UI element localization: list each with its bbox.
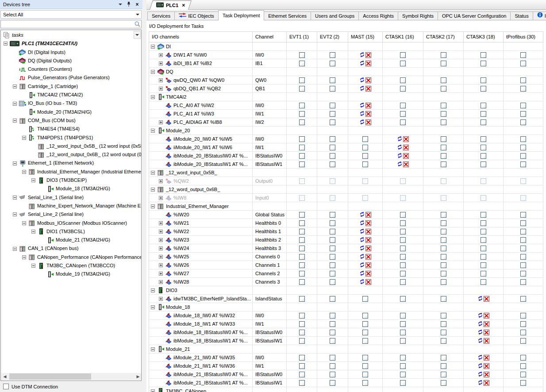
remove-task-icon[interactable]: [365, 119, 371, 125]
table-row[interactable]: %IW28Channels 3: [149, 278, 543, 286]
task-checkbox[interactable]: [400, 338, 406, 344]
task-checkbox[interactable]: [362, 372, 368, 377]
task-checkbox[interactable]: [400, 220, 406, 226]
task-checkbox[interactable]: [400, 363, 406, 369]
task-checkbox[interactable]: [299, 103, 305, 108]
remove-task-icon[interactable]: [403, 161, 409, 167]
tree-item-machine_expert_network_manager[interactable]: Machine_Expert_Network_Manager (Machine …: [1, 202, 141, 210]
scroll-left-icon[interactable]: ◀: [1, 373, 8, 380]
table-row[interactable]: ibModule_20_IBStatusIW1 AT %...IBStatusI…: [149, 160, 543, 169]
task-checkbox[interactable]: [362, 136, 368, 142]
remove-task-icon[interactable]: [365, 212, 371, 218]
task-checkbox[interactable]: [441, 153, 446, 159]
task-checkbox[interactable]: [330, 372, 335, 377]
task-checkbox[interactable]: [441, 86, 446, 92]
column-header-evt2-2-[interactable]: EVT2 (2): [317, 32, 348, 42]
table-row[interactable]: %QW2Output0: [149, 177, 543, 185]
tab-users-and-groups[interactable]: Users and Groups: [311, 12, 359, 20]
task-checkbox[interactable]: [400, 212, 406, 218]
expander-plus-icon[interactable]: [159, 230, 163, 234]
search-icon[interactable]: [133, 21, 141, 27]
task-checkbox[interactable]: [441, 77, 446, 83]
task-checkbox[interactable]: [362, 153, 368, 159]
task-checkbox[interactable]: [441, 372, 446, 377]
column-header-ctask2-17-[interactable]: CTASK2 (17): [423, 32, 464, 42]
task-checkbox[interactable]: [520, 262, 526, 268]
remove-task-icon[interactable]: [365, 229, 371, 234]
task-checkbox[interactable]: [481, 161, 486, 167]
task-checkbox[interactable]: [362, 313, 368, 319]
task-checkbox[interactable]: [400, 372, 406, 377]
task-checkbox[interactable]: [330, 313, 335, 319]
task-checkbox[interactable]: [362, 330, 368, 335]
expander-minus-icon[interactable]: [151, 129, 155, 133]
expander-minus-icon[interactable]: [31, 178, 35, 182]
tree-item-module_19[interactable]: Module_19 (TM3AI2H/G): [1, 270, 141, 278]
task-checkbox[interactable]: [400, 52, 406, 58]
task-checkbox[interactable]: [330, 246, 335, 251]
table-group-row[interactable]: TM3BC_CANopen: [149, 387, 543, 392]
task-checkbox[interactable]: [330, 355, 335, 361]
task-checkbox[interactable]: [330, 103, 335, 108]
task-checkbox[interactable]: [520, 103, 526, 108]
task-checkbox[interactable]: [299, 161, 305, 167]
tab-information[interactable]: Information: [533, 12, 546, 20]
task-checkbox[interactable]: [299, 153, 305, 159]
task-checkbox[interactable]: [330, 136, 335, 142]
task-checkbox[interactable]: [441, 237, 446, 243]
table-row[interactable]: ibDI_IB1 AT %IB2IB1: [149, 59, 543, 68]
use-dtm-checkbox[interactable]: [3, 384, 9, 389]
task-checkbox[interactable]: [441, 220, 446, 226]
task-checkbox[interactable]: [441, 246, 446, 251]
remove-task-icon[interactable]: [484, 321, 489, 327]
expander-minus-icon[interactable]: [13, 247, 17, 251]
table-row[interactable]: qwDQ_QW0 AT %QW0QW0: [149, 76, 543, 85]
tree-item-plc1[interactable]: PLC1 (TM241CEC24T/U): [1, 39, 141, 48]
task-checkbox[interactable]: [299, 86, 305, 92]
select-all-combobox[interactable]: Select All: [0, 10, 142, 19]
task-checkbox[interactable]: [481, 119, 486, 125]
remove-task-icon[interactable]: [403, 153, 409, 159]
task-checkbox[interactable]: [330, 330, 335, 335]
task-checkbox[interactable]: [330, 220, 335, 226]
remove-task-icon[interactable]: [484, 355, 489, 361]
task-checkbox[interactable]: [299, 313, 305, 319]
task-checkbox[interactable]: [362, 321, 368, 327]
task-checkbox[interactable]: [481, 86, 486, 92]
task-checkbox[interactable]: [299, 246, 305, 251]
task-checkbox[interactable]: [362, 355, 368, 361]
task-checkbox[interactable]: [441, 111, 446, 117]
task-checkbox[interactable]: [299, 254, 305, 260]
task-checkbox[interactable]: [330, 119, 335, 125]
expander-plus-icon[interactable]: [159, 246, 163, 250]
task-checkbox[interactable]: [441, 161, 446, 167]
task-checkbox[interactable]: [299, 338, 305, 344]
task-checkbox[interactable]: [299, 119, 305, 125]
task-checkbox[interactable]: [299, 145, 305, 150]
task-checkbox[interactable]: [400, 321, 406, 327]
remove-task-icon[interactable]: [365, 77, 371, 83]
expander-minus-icon[interactable]: [22, 170, 26, 174]
expander-minus-icon[interactable]: [151, 188, 155, 192]
tree-item-di[interactable]: DI (Digital Inputs): [1, 48, 141, 57]
doc-tab-plc1[interactable]: PLC1 ×: [153, 0, 188, 10]
table-row[interactable]: PLC_AIDIAG AT %IB8IW2: [149, 118, 543, 127]
expander-minus-icon[interactable]: [13, 119, 17, 123]
remove-task-icon[interactable]: [403, 145, 409, 150]
task-checkbox[interactable]: [520, 86, 526, 92]
table-group-row[interactable]: TMC4AI2: [149, 93, 543, 101]
task-checkbox[interactable]: [362, 161, 368, 167]
tree-item-pulse_generators[interactable]: Pulse_Generators (Pulse Generators): [1, 73, 141, 82]
tree-item-tmc4ai2[interactable]: TMC4AI2 (TMC4AI2): [1, 91, 141, 99]
remove-task-icon[interactable]: [484, 296, 489, 302]
tree-hscrollbar[interactable]: ◀ ▶: [1, 373, 142, 380]
table-group-row[interactable]: Module_21: [149, 345, 543, 354]
task-checkbox[interactable]: [400, 111, 406, 117]
task-checkbox[interactable]: [400, 77, 406, 83]
task-checkbox[interactable]: [400, 355, 406, 361]
task-checkbox[interactable]: [362, 296, 368, 302]
task-checkbox[interactable]: [299, 380, 305, 386]
expander-minus-icon[interactable]: [13, 85, 17, 88]
task-checkbox[interactable]: [520, 119, 526, 125]
task-checkbox[interactable]: [400, 296, 406, 302]
